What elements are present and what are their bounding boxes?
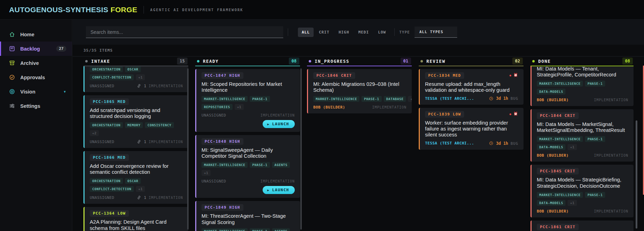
tag-chip: ORCHESTRATION [90,66,123,72]
card-assignee: UNASSIGNED [90,195,114,200]
card[interactable]: PCC-1846 CRITMI: Alembic Migrations 029–… [307,69,412,113]
sidebar-nav: HomeBacklog27ArchiveApprovalsVision▼Sett… [0,20,72,231]
done-column-scrollbar[interactable] [636,120,637,229]
tag-row: MARKET-INTELLIGENCEPHASE-1 [537,136,628,142]
card-footer-right: 1IMPLEMENTATION [137,83,183,88]
tag-chip: PHASE-1 [250,96,270,102]
search-input[interactable] [86,26,283,38]
link-icon [137,83,141,88]
card[interactable]: PCC-1848 HIGHMI: SignalSweepAgent — Dail… [195,135,300,198]
items-count: 35/35 ITEMS [83,48,113,53]
clock-icon [489,96,493,101]
home-icon [9,31,15,38]
filter-high[interactable]: HIGH [335,28,353,37]
more-tags-badge: +1 [408,96,412,102]
card-footer: TESSA (TEST ARCHI...3d 1hBUG [425,141,518,146]
app-title-accent: FORGE [110,6,137,14]
tag-chip: CONFLICT-DETECTION [90,74,134,80]
tag-chip: AGENTS [272,228,290,231]
tag-chip: MARKET-INTELLIGENCE [202,162,248,168]
tag-row: DATA-MODELS [537,89,628,95]
card-id-row: PCC-1849 HIGH [202,204,295,211]
card-work-type: IMPLEMENTATION [594,98,628,102]
tag-row: CONFLICT-DETECTION+1 [90,186,183,192]
card-work-type: IMPLEMENTATION [149,196,183,200]
filter-low[interactable]: LOW [374,28,390,37]
sidebar-item-archive[interactable]: Archive [0,56,72,70]
tag-chip: MARKET-INTELLIGENCE [202,228,248,231]
type-filter-select[interactable]: ALL TYPES [415,27,457,38]
sidebar-item-label: Archive [20,60,39,66]
card-id-badge: PCC-1846 CRIT [313,72,355,79]
card-id-row: PCC-1848 HIGH [202,138,295,145]
intake-column-scrollbar[interactable] [187,68,189,230]
archive-icon [9,60,15,66]
card-tags: ORCHESTRATIONMEMORYCONSISTENCY+2 [90,122,183,136]
ready-column-scrollbar[interactable] [300,68,302,230]
card[interactable]: ORCHESTRATIONOSCARCONFLICT-DETECTION+1UN… [83,66,188,92]
tag-row: +1 [202,170,295,176]
card-footer: TESSA (TEST ARCHI...3d 1hBUG [425,96,518,101]
card-assignee: BOB (BUILDER) [537,153,569,158]
launch-button[interactable]: ▶LAUNCH [263,120,295,128]
tag-chip: PHASE-1 [585,81,605,87]
card[interactable]: PCC-1866 MEDAdd Oscar convergence review… [83,151,188,204]
card-footer-right: 1IMPLEMENTATION [137,139,183,144]
launch-button[interactable]: ▶LAUNCH [263,186,295,194]
filter-medi[interactable]: MEDI [354,28,373,37]
card-assignee: TESSA (TEST ARCHI... [425,141,474,146]
card-footer: UNASSIGNEDIMPLEMENTATION [202,179,295,184]
sidebar-item-settings[interactable]: Settings [0,99,72,113]
column-count-badge: 08 [289,58,299,65]
tag-chip: OSCAR [125,178,141,184]
card-assignee: BOB (BUILDER) [537,98,569,102]
tag-row: MARKET-INTELLIGENCEPHASE-1DATABASE+1 [313,96,407,102]
tag-row: +2 [90,130,183,136]
tag-chip: MARKET-INTELLIGENCE [537,81,583,87]
card[interactable]: PCC-1845 CRITMI: Data Models — Strategic… [530,165,634,217]
card-footer-right: IMPLEMENTATION [594,98,628,102]
column-cards: MI: Data Models — Tenant, StrategicProfi… [530,66,634,231]
card-id-row: PCC-1866 MED [90,154,183,161]
sidebar-item-home[interactable]: Home [0,27,72,42]
sidebar-item-backlog[interactable]: Backlog27 [0,42,72,56]
card[interactable]: PCC-1844 CRITMI: Data Models — MarketSig… [530,109,634,162]
tag-row: MARKET-INTELLIGENCEPHASE-1AGENTS [202,228,295,231]
tag-row: REPOSITORIES+1 [202,104,295,110]
clock-icon [489,141,493,146]
card-work-type: IMPLEMENTATION [149,84,183,88]
launch-row: ▶LAUNCH [202,120,295,128]
column-status-dot-icon [420,60,423,62]
filter-all[interactable]: ALL [298,28,314,37]
card-footer: UNASSIGNED1IMPLEMENTATION [90,83,183,88]
sidebar-item-approvals[interactable]: Approvals [0,70,72,84]
backlog-count-badge: 27 [56,46,66,52]
card[interactable]: PCC-1839 LOWWorker: surface embedding pr… [419,108,524,149]
column-count-badge: 15 [177,58,188,65]
card-footer: UNASSIGNEDIMPLEMENTATION [202,113,295,118]
tag-chip: OSCAR [125,66,141,72]
card-title: MI: SignalSweepAgent — Daily Competitor … [202,147,295,159]
card-id-row: PCC-1845 CRIT [537,168,628,174]
card-title: Resume upload: add max_length validation… [425,81,518,93]
card[interactable]: PCC-1865 MEDAdd scratchpad versioning an… [83,95,188,148]
card-tags: MARKET-INTELLIGENCEPHASE-1DATABASE+1 [313,96,407,102]
sidebar-item-vision[interactable]: Vision▼ [0,84,72,99]
card[interactable]: MI: Data Models — Tenant, StrategicProfi… [530,66,634,106]
card[interactable]: PCC-1849 HIGHMI: ThreatScorerAgent — Two… [195,201,300,231]
card[interactable]: PCC-1834 MEDResume upload: add max_lengt… [419,69,524,105]
card[interactable]: PCC-1861 CRIT [530,221,634,231]
card[interactable]: PCC-1847 HIGHMI: Scoped Repositories for… [195,69,300,132]
tag-row: MARKET-INTELLIGENCEPHASE-1 [202,96,295,102]
approvals-icon [9,74,15,81]
tag-chip: MARKET-INTELLIGENCE [313,96,359,102]
filter-crit[interactable]: CRIT [315,28,334,37]
tag-row: ORCHESTRATIONOSCAR [90,178,183,184]
card-assignee: BOB (BUILDER) [537,209,569,214]
tag-chip: CONFLICT-DETECTION [90,186,134,192]
card-id-row: PCC-1865 MED [90,98,183,105]
column-ready: READY08PCC-1847 HIGHMI: Scoped Repositor… [195,57,300,231]
card[interactable]: PCC-1364 LOWA2A Planning: Design Agent C… [83,207,188,231]
column-header: DONE08 [530,57,634,66]
tag-chip: PHASE-1 [250,228,270,231]
